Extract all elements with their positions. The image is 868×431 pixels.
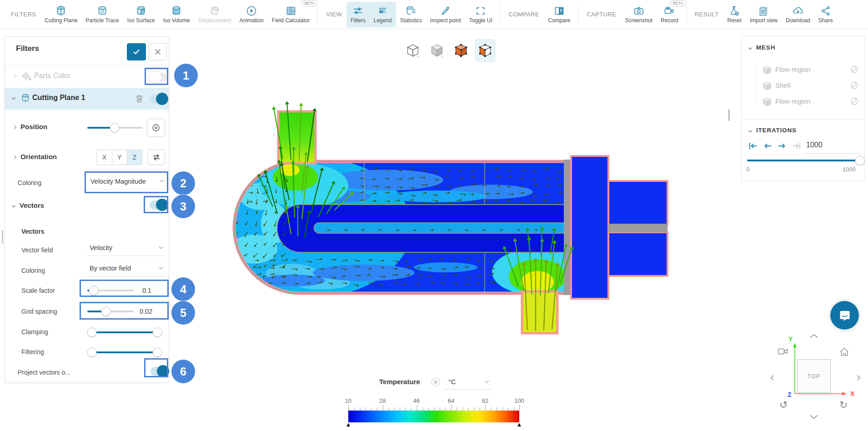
last-iteration-icon[interactable]: [792, 141, 802, 150]
vectors-label: Vectors: [20, 201, 44, 209]
toolbar-group-view: VIEW Filters Legend Statistics Inspect p…: [321, 0, 496, 29]
panel-resize-grip[interactable]: [2, 230, 3, 244]
orientation-label: Orientation: [20, 153, 57, 160]
toolbar-item-iso-surface[interactable]: Iso Surface: [123, 2, 159, 27]
eye-off-icon[interactable]: [850, 65, 859, 74]
cutting-plane-toggle[interactable]: [150, 95, 167, 104]
rotate-ccw-icon[interactable]: ↺: [779, 399, 788, 411]
legend-max-marker[interactable]: ▲: [517, 421, 522, 428]
mesh-item-flow-region-1[interactable]: Flow region: [742, 63, 864, 77]
scale-factor-slider[interactable]: [87, 290, 134, 291]
mesh-item-shell[interactable]: Shell: [742, 79, 864, 93]
view-mode-surfaces-button[interactable]: [451, 39, 471, 62]
clamping-range-slider[interactable]: [92, 331, 157, 333]
iterations-panel-header[interactable]: ITERATIONS: [742, 120, 864, 134]
legend-min-marker[interactable]: ▲: [346, 421, 351, 428]
iteration-slider[interactable]: [747, 160, 860, 161]
iteration-max-label: 1000: [843, 166, 856, 173]
apply-filters-button[interactable]: [127, 43, 146, 60]
project-vectors-label: Project vectors o...: [18, 369, 70, 376]
toolbar-item-displacement[interactable]: Displacement: [194, 2, 236, 27]
rotate-right-chevron[interactable]: ›: [857, 370, 861, 384]
trash-icon[interactable]: [135, 94, 144, 103]
toolbar-group-filters: FILTERS Cutting Plane Particle Trace Iso…: [6, 0, 314, 29]
wireframe-cube-icon: [406, 44, 419, 57]
close-filters-button[interactable]: [149, 43, 167, 60]
grid-spacing-value: 0.02: [140, 308, 152, 315]
previous-iteration-icon[interactable]: [763, 141, 773, 150]
toolbar-item-statistics[interactable]: Statistics: [396, 2, 426, 27]
mesh-panel-header[interactable]: MESH: [742, 36, 864, 51]
legend-tick-label: 28: [379, 397, 386, 404]
legend-colorbar[interactable]: [348, 411, 519, 422]
toolbar-item-screenshot[interactable]: Screenshot: [621, 2, 657, 27]
cutting-plane-title: Cutting Plane 1: [32, 94, 85, 102]
filtering-range-slider[interactable]: [92, 351, 157, 353]
view-mode-solid-button[interactable]: [427, 39, 447, 62]
parts-color-toggle[interactable]: [150, 73, 167, 82]
toolbar-item-filters[interactable]: Filters: [346, 2, 370, 27]
axis-z-label: Z: [788, 391, 792, 398]
toolbar-item-cutting-plane[interactable]: Cutting Plane: [40, 2, 81, 27]
flip-orientation-button[interactable]: [147, 150, 165, 165]
home-view-icon[interactable]: [839, 347, 849, 356]
toolbar-item-particle-trace[interactable]: Particle Trace: [81, 2, 123, 27]
view-mode-wireframe-button[interactable]: [403, 39, 423, 62]
axis-y-button[interactable]: Y: [112, 150, 127, 165]
toolbar-item-reset[interactable]: Reset: [723, 2, 746, 27]
legend-menu-icon[interactable]: ≡: [431, 377, 440, 386]
vectors-toggle[interactable]: [150, 200, 167, 210]
simulation-viewport-heat-exchanger[interactable]: [227, 80, 687, 339]
position-slider[interactable]: [87, 127, 143, 129]
project-vectors-toggle[interactable]: [151, 367, 168, 376]
toolbar-item-legend[interactable]: Legend: [370, 2, 396, 27]
rotate-cw-icon[interactable]: ↻: [839, 399, 848, 411]
chevron-down-icon: [12, 204, 15, 207]
grid-spacing-slider[interactable]: [87, 311, 134, 312]
share-icon: [820, 5, 832, 17]
view-mode-parts-button[interactable]: [475, 39, 495, 62]
toolbar-item-record[interactable]: BETA Record: [657, 2, 682, 27]
axis-x-button[interactable]: X: [97, 150, 112, 165]
first-iteration-icon[interactable]: [748, 141, 758, 150]
toolbar-item-inspect-point[interactable]: Inspect point: [426, 2, 465, 27]
toolbar-item-animation[interactable]: Animation: [235, 2, 267, 27]
eye-off-icon[interactable]: [850, 97, 859, 106]
toolbar-item-share[interactable]: Share: [814, 2, 837, 27]
rotate-up-chevron[interactable]: [809, 334, 818, 338]
rotate-left-chevron[interactable]: ‹: [770, 370, 774, 384]
vector-coloring-dropdown[interactable]: By vector field: [87, 261, 165, 276]
legend-unit-value[interactable]: °C: [448, 378, 456, 386]
divider: [5, 65, 169, 65]
toolbar-item-download[interactable]: Download: [782, 2, 814, 27]
scrollbar-thumb[interactable]: [728, 109, 730, 121]
mesh-item-flow-region-2[interactable]: Flow region: [742, 95, 864, 109]
iteration-value[interactable]: 1000: [806, 141, 823, 149]
chat-bubble-icon: [838, 309, 852, 322]
eye-off-icon[interactable]: [850, 81, 859, 90]
axis-z-button[interactable]: Z: [127, 150, 142, 165]
view-cube-top-face[interactable]: TOP: [797, 359, 831, 393]
chevron-down-icon: [159, 245, 163, 249]
support-chat-button[interactable]: [830, 301, 859, 330]
toolbar-item-toggle-ui[interactable]: Toggle UI: [465, 2, 497, 27]
scale-factor-label: Scale factor: [21, 287, 55, 294]
parts-color-row[interactable]: Parts Color: [5, 66, 169, 88]
chevron-right-icon: [13, 125, 16, 129]
toolbar-item-iso-volume[interactable]: Iso Volume: [159, 2, 194, 27]
legend-tick-marks: [348, 405, 520, 411]
target-icon: [152, 124, 160, 132]
filters-panel: Filters Parts Color Cutting Plane 1 Posi…: [5, 36, 169, 383]
toolbar-item-import-view[interactable]: Import view: [746, 2, 782, 27]
toolbar-item-field-calculator[interactable]: BETA Field Calculator: [268, 2, 314, 27]
vector-field-dropdown[interactable]: Velocity: [87, 241, 165, 256]
camera-view-icon[interactable]: [778, 347, 788, 356]
coloring-dropdown[interactable]: Velocity Magnitude: [87, 173, 167, 190]
rotate-down-chevron[interactable]: [809, 415, 818, 419]
toolbar-item-compare[interactable]: Compare: [544, 2, 574, 27]
field-calculator-icon: [285, 5, 297, 17]
next-iteration-icon[interactable]: [777, 141, 787, 150]
grid-spacing-label: Grid spacing: [21, 308, 57, 315]
cutting-plane-row[interactable]: Cutting Plane 1: [5, 88, 169, 110]
position-target-button[interactable]: [147, 119, 165, 137]
